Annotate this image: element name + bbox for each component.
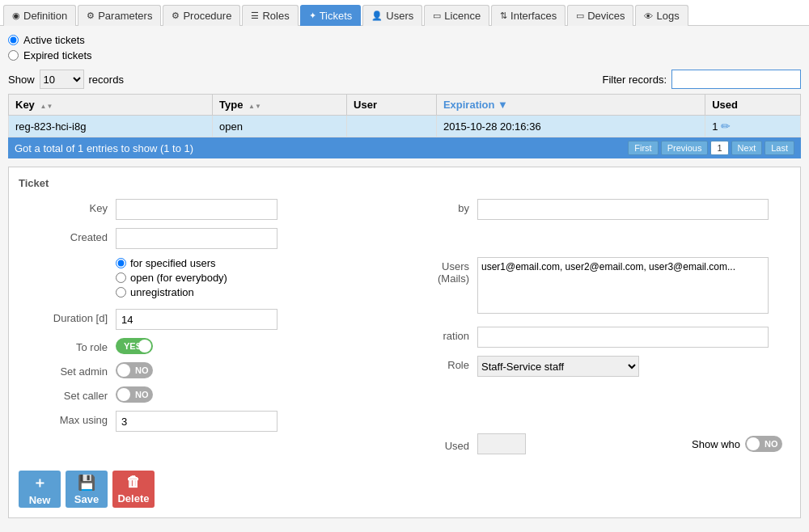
show-who-label: Show who [692,438,740,450]
tab-bar: ◉ Definition ⚙ Parameters ⚙ Procedure ☰ … [0,0,809,26]
users-mails-label: Users (Mails) [413,257,477,285]
users-mails-textarea[interactable]: user1@email.com, user2@email.com, user3@… [477,257,769,314]
cell-key: reg-823-hci-i8g [9,116,213,137]
for-specified-label: for specified users [130,257,216,269]
type-row: for specified users open (for everybody)… [19,257,404,301]
used-show-row: Used Show who NO [413,433,790,454]
tab-procedure[interactable]: ⚙ Procedure [163,5,240,26]
page-1-button[interactable]: 1 [710,141,728,155]
first-button[interactable]: First [628,141,658,155]
unregistration-label: unregistration [130,286,194,298]
expired-tickets-radio[interactable] [8,50,19,61]
show-who-toggle-label: NO [761,439,781,449]
save-icon: 💾 [78,474,95,492]
by-input[interactable] [477,199,769,220]
cell-user [347,116,437,137]
table-controls: Show 10 25 50 records Filter records: [8,70,801,89]
col-user: User [347,95,437,116]
next-button[interactable]: Next [731,141,763,155]
role-select[interactable]: Staff-Service staff Admin User Guest [477,356,639,377]
tickets-icon: ✦ [309,11,316,21]
tab-licence[interactable]: ▭ Licence [424,5,489,26]
tab-devices[interactable]: ▭ Devices [567,5,633,26]
delete-icon: 🗑 [126,474,141,491]
table-row[interactable]: reg-823-hci-i8g open 2015-10-28 20:16:36… [9,116,801,137]
for-specified-option: for specified users [116,257,227,269]
duration-row: Duration [d] [19,309,404,330]
tab-users-label: Users [386,10,413,22]
delete-button[interactable]: 🗑 Delete [112,471,155,508]
tab-definition[interactable]: ◉ Definition [3,5,76,26]
open-label: open (for everybody) [130,272,227,284]
col-key[interactable]: Key ▲▼ [9,95,213,116]
active-tickets-radio[interactable] [8,35,19,45]
tab-interfaces-label: Interfaces [510,10,557,22]
ticket-form: Key Created for specified users [19,199,790,462]
cell-expiration: 2015-10-28 20:16:36 [436,116,705,137]
tab-tickets-label: Tickets [320,10,353,22]
ticket-section: Ticket Key Created fo [8,167,801,518]
max-using-input[interactable] [116,411,277,432]
created-input[interactable] [116,228,277,249]
unregistration-option: unregistration [116,286,227,298]
edit-icon[interactable]: ✏ [721,120,731,133]
show-who-knob [747,437,760,450]
for-specified-radio[interactable] [116,258,126,268]
created-row: Created [19,228,404,249]
set-caller-knob [117,388,130,401]
max-using-label: Max using [19,411,116,426]
tab-parameters-label: Parameters [98,10,152,22]
key-sort[interactable]: ▲▼ [40,103,53,110]
show-who-toggle[interactable]: NO [745,436,782,452]
col-expiration[interactable]: Expiration ▼ [436,95,705,116]
show-select[interactable]: 10 25 50 [40,70,84,89]
tab-roles-label: Roles [262,10,289,22]
expired-tickets-label: Expired tickets [23,49,92,61]
unregistration-radio[interactable] [116,287,126,298]
cell-used: 1 ✏ [705,116,801,137]
key-input[interactable] [116,199,277,220]
duration-right-input[interactable] [477,327,769,348]
type-sort[interactable]: ▲▼ [248,103,261,110]
col-type[interactable]: Type ▲▼ [213,95,347,116]
to-role-row: To role YES [19,338,404,354]
logs-icon: 👁 [644,11,653,21]
action-buttons: ＋ New 💾 Save 🗑 Delete [19,471,790,508]
to-role-knob [138,340,151,353]
tab-logs[interactable]: 👁 Logs [635,5,688,26]
set-caller-toggle[interactable]: NO [116,386,153,403]
used-label: Used [413,437,477,452]
to-role-label: To role [19,338,116,353]
tab-users[interactable]: 👤 Users [362,5,422,26]
tab-tickets[interactable]: ✦ Tickets [300,5,362,26]
set-caller-toggle-label: NO [132,390,152,399]
filter-control: Filter records: [603,70,801,89]
set-admin-row: Set admin NO [19,362,404,378]
used-input[interactable] [477,433,526,454]
duration-input[interactable] [116,309,277,330]
interfaces-icon: ⇅ [500,11,507,21]
previous-button[interactable]: Previous [661,141,709,155]
tab-interfaces[interactable]: ⇅ Interfaces [491,5,565,26]
set-admin-toggle[interactable]: NO [116,362,153,378]
tab-parameters[interactable]: ⚙ Parameters [78,5,161,26]
expired-tickets-row: Expired tickets [8,49,801,61]
by-row: by [413,199,790,220]
show-label: Show [8,74,35,86]
filter-input[interactable] [671,70,801,89]
role-label: Role [413,356,477,371]
active-tickets-label: Active tickets [23,34,85,46]
open-radio[interactable] [116,272,126,283]
tab-definition-label: Definition [23,10,67,22]
to-role-toggle[interactable]: YES [116,338,153,354]
last-button[interactable]: Last [765,141,794,155]
tab-roles[interactable]: ☰ Roles [242,5,298,26]
roles-icon: ☰ [251,11,259,21]
pagination-row: Got a total of 1 entries to show (1 to 1… [8,137,801,158]
save-label: Save [74,493,99,505]
type-label [19,257,116,260]
ticket-section-title: Ticket [19,177,790,189]
licence-icon: ▭ [433,11,441,21]
new-button[interactable]: ＋ New [19,471,61,508]
save-button[interactable]: 💾 Save [66,471,108,508]
